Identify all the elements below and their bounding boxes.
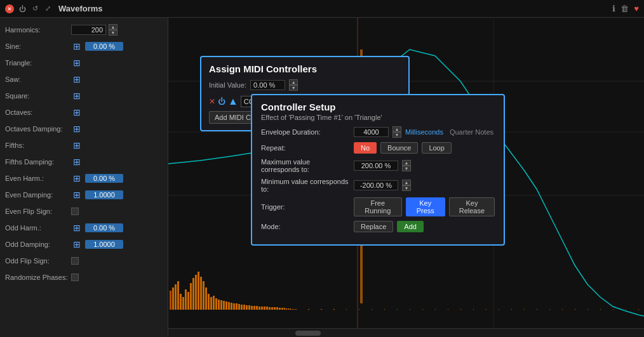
even-damping-slider-icon[interactable]: ⊞ <box>71 190 83 200</box>
harmonics-input[interactable] <box>71 25 106 35</box>
harmonics-spinner: ▲ ▼ <box>109 24 117 36</box>
svg-rect-12 <box>190 283 192 310</box>
repeat-bounce-button[interactable]: Bounce <box>380 142 418 154</box>
square-slider-icon[interactable]: ⊞ <box>71 91 83 101</box>
expand-button[interactable]: ⤢ <box>43 4 52 13</box>
svg-rect-29 <box>233 303 235 310</box>
quarter-notes-label[interactable]: Quarter Notes <box>450 128 493 136</box>
min-value-down[interactable]: ▼ <box>402 185 411 191</box>
svg-rect-72 <box>511 309 512 310</box>
trigger-label: Trigger: <box>261 203 350 211</box>
odd-flip-row: Odd Flip Sign: <box>0 253 168 269</box>
envelope-duration-spinner: ▲ ▼ <box>392 126 401 138</box>
power-button[interactable]: ⏻ <box>18 4 27 13</box>
envelope-duration-label: Envelope Duration: <box>261 128 350 136</box>
odd-flip-label: Odd Flip Sign: <box>5 257 69 265</box>
saw-row: Saw: ⊞ <box>0 71 168 88</box>
svg-rect-75 <box>549 309 550 310</box>
svg-rect-56 <box>308 309 309 310</box>
midi-row-power-icon[interactable]: ⏻ <box>218 97 225 106</box>
svg-rect-64 <box>410 309 410 310</box>
close-button[interactable]: × <box>5 4 14 13</box>
svg-rect-10 <box>185 289 187 310</box>
even-flip-label: Even Flip Sign: <box>5 208 69 215</box>
scrollbar-thumb[interactable] <box>295 331 321 336</box>
initial-value-label: Initial Value: <box>209 81 246 89</box>
svg-rect-53 <box>292 309 293 310</box>
sine-value[interactable]: 0.00 % <box>85 42 123 51</box>
min-value-label: Minimum value corresponds to: <box>261 178 350 193</box>
even-damping-value[interactable]: 1.0000 <box>85 190 123 199</box>
harmonics-down[interactable]: ▼ <box>109 30 117 36</box>
trigger-key-release-button[interactable]: Key Release <box>449 197 495 216</box>
square-label: Square: <box>5 92 69 100</box>
svg-rect-69 <box>473 309 474 310</box>
octaves-label: Octaves: <box>5 109 69 116</box>
svg-rect-44 <box>271 307 273 310</box>
info-icon[interactable]: ℹ <box>612 4 615 13</box>
svg-rect-40 <box>261 307 263 310</box>
repeat-loop-button[interactable]: Loop <box>422 142 451 154</box>
mode-replace-button[interactable]: Replace <box>354 221 393 232</box>
initial-value-up[interactable]: ▲ <box>289 79 298 85</box>
even-flip-checkbox[interactable] <box>71 208 79 215</box>
heart-icon[interactable]: ♥ <box>634 4 639 13</box>
envelope-duration-input[interactable] <box>354 127 389 137</box>
envelope-duration-row: Envelope Duration: ▲ ▼ Milliseconds Quar… <box>261 126 495 138</box>
svg-rect-11 <box>187 292 189 310</box>
odd-flip-checkbox[interactable] <box>71 257 79 265</box>
milliseconds-label[interactable]: Milliseconds <box>405 128 443 136</box>
midi-row-close-icon[interactable]: ✕ <box>209 97 215 106</box>
max-value-up[interactable]: ▲ <box>402 160 411 166</box>
sine-label: Sine: <box>5 43 69 50</box>
fifths-damping-slider-icon[interactable]: ⊞ <box>71 157 83 167</box>
triangle-slider-icon[interactable]: ⊞ <box>71 58 83 68</box>
odd-harm-slider-icon[interactable]: ⊞ <box>71 223 83 233</box>
repeat-no-button[interactable]: No <box>354 142 377 154</box>
odd-harm-value[interactable]: 0.00 % <box>85 223 123 232</box>
mode-label: Mode: <box>261 223 350 230</box>
initial-value-input[interactable] <box>250 80 285 90</box>
even-harm-slider-icon[interactable]: ⊞ <box>71 173 83 183</box>
svg-rect-48 <box>281 308 283 310</box>
min-value-spinner: ▲ ▼ <box>402 180 411 191</box>
horizontal-scrollbar[interactable] <box>168 328 644 337</box>
refresh-button[interactable]: ↺ <box>30 4 39 13</box>
svg-rect-30 <box>236 303 238 310</box>
svg-rect-39 <box>258 307 260 310</box>
svg-rect-36 <box>251 306 253 310</box>
odd-damping-value[interactable]: 1.0000 <box>85 240 123 249</box>
svg-rect-18 <box>205 287 207 310</box>
trigger-key-press-button[interactable]: Key Press <box>406 197 445 216</box>
octaves-slider-icon[interactable]: ⊞ <box>71 107 83 117</box>
saw-slider-icon[interactable]: ⊞ <box>71 74 83 84</box>
svg-rect-38 <box>256 306 258 310</box>
svg-rect-73 <box>524 309 525 310</box>
envelope-duration-down[interactable]: ▼ <box>392 132 401 138</box>
mode-add-button[interactable]: Add <box>397 221 424 232</box>
max-value-input[interactable] <box>354 161 398 171</box>
trash-icon[interactable]: 🗑 <box>621 4 629 13</box>
midi-row-arrow-icon[interactable]: ▲ <box>228 96 238 107</box>
even-damping-label: Even Damping: <box>5 191 69 199</box>
min-value-input[interactable] <box>354 180 398 190</box>
main-content: Harmonics: ▲ ▼ Sine: ⊞ 0.00 % Triangle: … <box>0 18 644 337</box>
max-value-down[interactable]: ▼ <box>402 166 411 171</box>
fifths-slider-icon[interactable]: ⊞ <box>71 140 83 150</box>
fifths-row: Fifths: ⊞ <box>0 137 168 154</box>
svg-rect-42 <box>266 307 268 310</box>
initial-value-down[interactable]: ▼ <box>289 85 298 91</box>
even-harm-value[interactable]: 0.00 % <box>85 174 123 183</box>
trigger-free-running-button[interactable]: Free Running <box>354 197 402 216</box>
octaves-row: Octaves: ⊞ <box>0 104 168 121</box>
sine-slider-icon[interactable]: ⊞ <box>71 41 83 51</box>
min-value-up[interactable]: ▲ <box>402 180 411 185</box>
octaves-damping-slider-icon[interactable]: ⊞ <box>71 124 83 134</box>
harmonics-up[interactable]: ▲ <box>109 24 117 30</box>
svg-rect-24 <box>220 300 222 310</box>
odd-damping-row: Odd Damping: ⊞ 1.0000 <box>0 236 168 253</box>
randomize-phases-checkbox[interactable] <box>71 274 79 281</box>
svg-rect-17 <box>203 281 205 310</box>
envelope-duration-up[interactable]: ▲ <box>392 126 401 132</box>
odd-damping-slider-icon[interactable]: ⊞ <box>71 239 83 249</box>
